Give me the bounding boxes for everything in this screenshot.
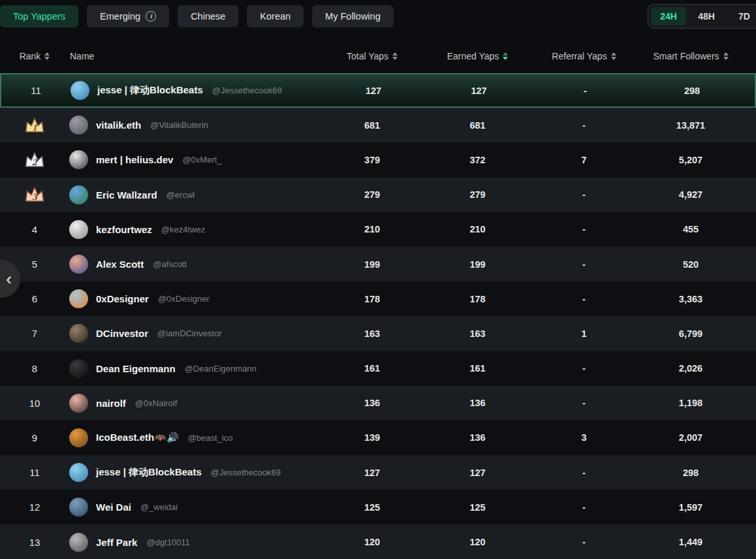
tab-korean[interactable]: Korean [247,5,304,27]
earned-yaps-cell: 178 [424,294,531,304]
profile-link[interactable]: vitalik.eth@VitalikButerin [69,116,320,135]
leaderboard-table-body: 11jesse | 律动BlockBeats@Jessethecook69127… [0,73,756,559]
column-header-smart-followers[interactable]: Smart Followers [637,51,744,61]
yapper-leaderboard: Top YappersEmergingiChineseKoreanMy Foll… [0,0,756,559]
table-row[interactable]: 8Dean Eigenmann@DeanEigenmann161161-2,02… [0,351,756,386]
table-row[interactable]: 11jesse | 律动BlockBeats@Jessethecook69127… [0,455,756,490]
earned-yaps-cell: 163 [424,328,531,339]
avatar [69,463,88,482]
info-icon: i [146,11,156,22]
profile-link[interactable]: Alex Scott@afscott [69,255,320,274]
profile-link[interactable]: Dean Eigenmann@DeanEigenmann [69,359,320,378]
sort-icon [44,52,50,60]
profile-link[interactable]: nairolf@0xNairolf [69,394,320,413]
smart-followers-cell: 298 [638,86,746,96]
total-yaps-cell: 127 [321,86,426,96]
total-yaps-cell: 139 [320,432,424,443]
total-yaps-cell: 127 [320,468,424,478]
time-range-7d[interactable]: 7D [727,7,756,25]
sort-down-arrow [503,57,508,60]
tab-label: Top Yappers [13,11,65,22]
table-row[interactable]: 11jesse | 律动BlockBeats@Jessethecook69127… [0,73,756,108]
profile-link[interactable]: Wei Dai@_weidai [69,498,320,517]
smart-followers-cell: 1,449 [637,537,744,547]
column-header-referral-yaps[interactable]: Referral Yaps [531,51,637,61]
table-row[interactable]: 9IcoBeast.eth🦇🔊@beast_ico13913632,007 [0,421,756,455]
column-header-label: Earned Yaps [447,51,499,61]
earned-yaps-cell: 136 [424,398,531,408]
tab-label: Chinese [191,11,225,22]
table-row[interactable]: 13Jeff Park@dgt10011120120-1,449 [0,524,756,559]
column-header-rank[interactable]: Rank [0,51,69,61]
profile-link[interactable]: jesse | 律动BlockBeats@Jessethecook69 [69,463,320,482]
profile-name: Eric Wallzard [96,189,157,200]
avatar [69,289,88,308]
profile-link[interactable]: DCinvestor@iamDCinvestor [69,324,320,343]
referral-yaps-cell: - [531,398,637,408]
referral-yaps-cell: - [531,468,637,478]
profile-handle: @beast_ico [188,433,233,443]
time-range-48h[interactable]: 48H [689,7,724,25]
profile-link[interactable]: Jeff Park@dgt10011 [69,533,320,552]
column-header-earned-yaps[interactable]: Earned Yaps [424,51,531,61]
smart-followers-cell: 6,799 [637,328,744,339]
table-row[interactable]: 1vitalik.eth@VitalikButerin681681-13,871 [0,108,756,142]
profile-handle: @kez4twez [161,225,205,234]
profile-link[interactable]: Eric Wallzard@ercwl [69,185,320,204]
table-row[interactable]: 5Alex Scott@afscott199199-520 [0,247,756,281]
earned-yaps-cell: 120 [424,537,531,547]
tab-my-following[interactable]: My Following [312,5,394,27]
table-row[interactable]: 12Wei Dai@_weidai125125-1,597 [0,490,756,524]
table-row[interactable]: 60xDesigner@0xDesigner178178-3,363 [0,281,756,316]
profile-handle: @0xDesigner [158,294,210,304]
profile-name: Wei Dai [96,502,131,513]
time-range-24h[interactable]: 24H [651,7,686,25]
total-yaps-cell: 210 [320,224,424,234]
referral-yaps-cell: - [532,86,638,96]
sort-down-arrow [611,57,616,60]
svg-text:1: 1 [32,123,37,132]
profile-link[interactable]: 0xDesigner@0xDesigner [69,289,320,308]
referral-yaps-cell: - [531,120,637,131]
column-header-total-yaps[interactable]: Total Yaps [320,51,424,61]
table-row[interactable]: 7DCinvestor@iamDCinvestor16316316,799 [0,316,756,351]
profile-name: IcoBeast.eth🦇🔊 [96,432,179,443]
rank-cell: 13 [0,537,69,548]
profile-link[interactable]: jesse | 律动BlockBeats@Jessethecook69 [71,81,321,100]
table-row[interactable]: 4kezfourtwez@kez4twez210210-455 [0,212,756,247]
total-yaps-cell: 178 [320,294,424,304]
table-row[interactable]: 2mert | helius.dev@0xMert_37937275,207 [0,142,756,177]
tab-top-yappers[interactable]: Top Yappers [0,5,78,27]
smart-followers-cell: 2,026 [637,363,744,374]
sort-icon [611,52,616,60]
referral-yaps-cell: 1 [531,328,637,339]
earned-yaps-cell: 127 [424,468,531,478]
earned-yaps-cell: 136 [424,432,531,443]
rank-cell: 7 [0,328,69,339]
avatar [69,185,88,204]
tab-emerging[interactable]: Emergingi [87,5,169,27]
profile-name: jesse | 律动BlockBeats [96,466,202,479]
column-header-label: Referral Yaps [552,51,606,61]
avatar [69,428,88,447]
avatar [71,81,89,100]
profile-handle: @0xMert_ [182,155,221,165]
tab-label: Korean [260,11,291,22]
rank-cell: 8 [0,363,69,374]
profile-link[interactable]: mert | helius.dev@0xMert_ [69,150,320,169]
referral-yaps-cell: - [531,363,637,374]
profile-handle: @Jessethecook69 [212,86,282,95]
profile-link[interactable]: kezfourtwez@kez4twez [69,220,320,239]
profile-name: kezfourtwez [96,224,152,235]
smart-followers-cell: 13,871 [637,120,744,131]
tab-chinese[interactable]: Chinese [178,5,238,27]
profile-link[interactable]: IcoBeast.eth🦇🔊@beast_ico [69,428,320,447]
total-yaps-cell: 120 [320,537,424,547]
total-yaps-cell: 681 [320,120,424,131]
total-yaps-cell: 161 [320,363,424,374]
sort-up-arrow [503,52,508,56]
table-row[interactable]: 10nairolf@0xNairolf136136-1,198 [0,386,756,421]
table-row[interactable]: 3Eric Wallzard@ercwl279279-4,927 [0,178,756,212]
crown-silver-icon: 2 [23,151,46,169]
profile-handle: @DeanEigenmann [185,364,257,374]
